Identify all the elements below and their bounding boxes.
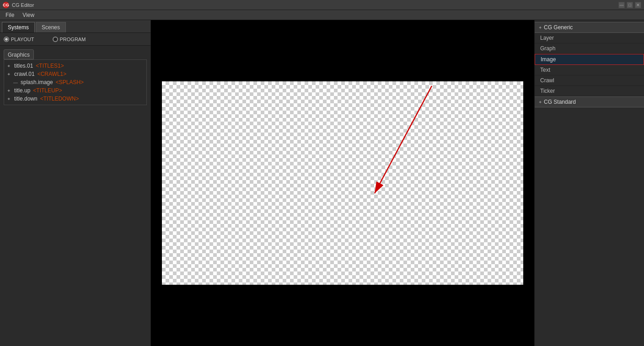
tree-name-titledown: title.down <box>14 96 38 102</box>
section-header-label-cg-generic: CG Generic <box>544 24 573 31</box>
tree-item-titleup[interactable]: ✦ title.up <TITLEUP> <box>4 86 146 95</box>
tree-item-titles01[interactable]: ✦ titles.01 <TITLES1> <box>4 62 146 70</box>
close-button[interactable]: ✕ <box>635 2 641 8</box>
maximize-button[interactable]: □ <box>627 2 633 8</box>
panel-item-text[interactable]: Text <box>535 65 644 75</box>
svg-line-1 <box>375 86 432 193</box>
tree-area: Graphics ✦ titles.01 <TITLES1> ✦ crawl.0… <box>0 46 150 346</box>
tabs-bar: Systems Scenes <box>0 20 150 33</box>
graphics-tab-label[interactable]: Graphics <box>4 49 34 59</box>
title-bar-text: CG Editor <box>12 2 616 8</box>
radio-row: PLAYOUT PROGRAM <box>0 33 150 46</box>
app-icon: CG <box>3 2 9 8</box>
left-panel: Systems Scenes PLAYOUT PROGRAM Graphics … <box>0 20 151 346</box>
panel-item-crawl[interactable]: Crawl <box>535 75 644 86</box>
minimize-button[interactable]: — <box>618 2 625 8</box>
tree-name-crawl01: crawl.01 <box>14 71 35 77</box>
menu-view[interactable]: View <box>19 11 38 19</box>
radio-playout-label: PLAYOUT <box>11 37 34 42</box>
tree-name-splashimage: splash.image <box>21 79 53 85</box>
tree-icon-titles01: ✦ <box>7 64 12 69</box>
panel-item-graph[interactable]: Graph <box>535 43 644 54</box>
canvas-wrapper <box>162 81 523 285</box>
section-header-cg-standard[interactable]: ✦ CG Standard <box>535 96 644 107</box>
section-header-cg-generic[interactable]: ✦ CG Generic <box>535 22 644 33</box>
tree-item-crawl01[interactable]: ✦ crawl.01 <CRAWL1> <box>4 70 146 78</box>
panel-item-layer[interactable]: Layer <box>535 33 644 43</box>
menu-file[interactable]: File <box>2 11 18 19</box>
tree-item-splashimage[interactable]: — splash.image <SPLASH> <box>4 78 146 86</box>
right-panel: ✦ CG Generic Layer Graph Image Text Craw… <box>534 20 644 346</box>
section-header-label-cg-standard: CG Standard <box>544 99 576 105</box>
tree-name-titleup: title.up <box>14 87 30 94</box>
graphics-tree: ✦ titles.01 <TITLES1> ✦ crawl.01 <CRAWL1… <box>4 59 147 105</box>
radio-program[interactable]: PROGRAM <box>53 37 86 42</box>
panel-item-image[interactable]: Image <box>535 54 644 65</box>
radio-program-label: PROGRAM <box>60 37 86 42</box>
menu-bar: File View <box>0 10 644 20</box>
tree-icon-titleup: ✦ <box>7 88 12 93</box>
tree-icon-crawl01: ✦ <box>7 72 12 77</box>
tree-icon-titledown: ✦ <box>7 96 12 101</box>
canvas-preview <box>162 81 523 285</box>
center-area <box>151 20 534 346</box>
tree-name-titles01: titles.01 <box>14 63 33 69</box>
panel-item-ticker[interactable]: Ticker <box>535 86 644 96</box>
tab-scenes[interactable]: Scenes <box>36 22 66 32</box>
tree-tag-titles01: <TITLES1> <box>36 63 64 69</box>
tree-tag-titleup: <TITLEUP> <box>33 87 62 94</box>
title-bar: CG CG Editor — □ ✕ <box>0 0 644 10</box>
title-bar-controls: — □ ✕ <box>618 2 641 8</box>
tree-tag-splashimage: <SPLASH> <box>56 79 84 85</box>
arrow-overlay <box>162 81 523 285</box>
tree-tag-titledown: <TITLEDOWN> <box>40 96 79 102</box>
main-layout: Systems Scenes PLAYOUT PROGRAM Graphics … <box>0 20 644 346</box>
radio-program-circle[interactable] <box>53 37 58 42</box>
radio-playout-circle[interactable] <box>4 37 9 42</box>
tree-item-titledown[interactable]: ✦ title.down <TITLEDOWN> <box>4 95 146 103</box>
radio-playout[interactable]: PLAYOUT <box>4 37 34 42</box>
tree-icon-splashimage: — <box>13 80 19 85</box>
app-icon-text: CG <box>3 3 9 7</box>
tree-tag-crawl01: <CRAWL1> <box>38 71 67 77</box>
section-expand-icon-cg-standard: ✦ <box>538 100 542 105</box>
section-expand-icon-cg-generic: ✦ <box>538 25 542 30</box>
tab-systems[interactable]: Systems <box>2 22 35 32</box>
